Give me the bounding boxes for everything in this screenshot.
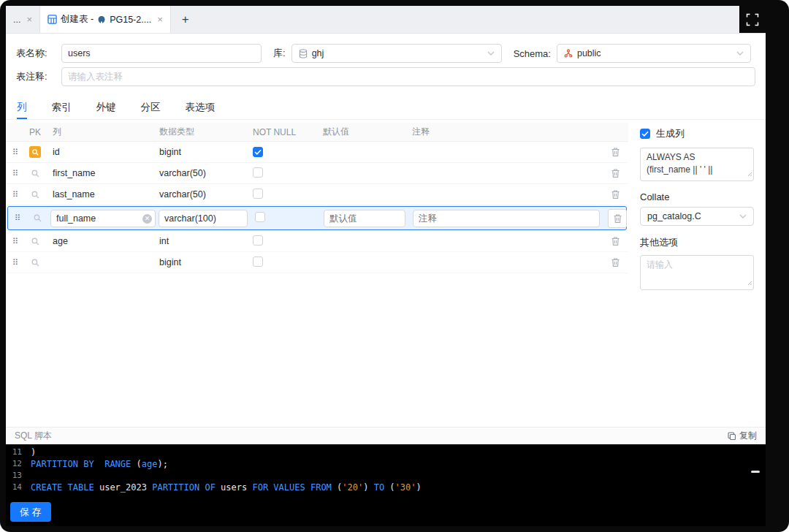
resize-handle-icon[interactable]	[747, 276, 752, 289]
schema-icon	[564, 49, 573, 58]
other-options-label: 其他选项	[640, 236, 757, 249]
schema-select-value: public	[577, 48, 732, 58]
clear-icon[interactable]: ✕	[142, 214, 152, 224]
database-select-value: ghj	[312, 48, 483, 58]
primary-key-icon[interactable]	[33, 213, 42, 223]
column-type[interactable]: varchar(50)	[155, 189, 250, 200]
scrollbar-thumb[interactable]	[751, 471, 760, 473]
delete-row-icon[interactable]	[611, 168, 620, 178]
column-type[interactable]: varchar(50)	[155, 168, 250, 178]
not-null-checkbox[interactable]	[253, 147, 263, 157]
column-default-input[interactable]	[324, 210, 405, 227]
table-comment-input[interactable]	[61, 67, 755, 86]
database-icon	[299, 49, 308, 58]
delete-row-icon[interactable]	[611, 257, 620, 267]
schema-select[interactable]: public	[557, 44, 751, 63]
primary-key-icon[interactable]	[31, 258, 40, 267]
column-detail-panel: 生成列 ALWAYS AS (first_name || ' ' || Coll…	[628, 120, 766, 427]
header-comment: 注释	[406, 126, 602, 138]
save-button[interactable]: 保 存	[10, 502, 51, 522]
copy-button[interactable]: 复制	[728, 430, 757, 442]
column-type-input[interactable]	[159, 210, 248, 227]
primary-key-icon[interactable]	[29, 146, 41, 158]
drag-handle-icon[interactable]: ⠿	[12, 191, 18, 199]
tab-label: 创建表 -	[61, 13, 94, 26]
delete-row-icon[interactable]	[611, 236, 620, 246]
fullscreen-icon[interactable]	[745, 12, 760, 27]
column-row-age[interactable]: ⠿ age int	[6, 231, 628, 252]
generated-expression-input[interactable]: ALWAYS AS (first_name || ' ' ||	[640, 148, 754, 181]
column-row-first-name[interactable]: ⠿ first_name varchar(50)	[6, 163, 628, 184]
tab-label: ...	[13, 15, 20, 25]
collate-select-value: pg_catalog.C	[647, 211, 735, 221]
delete-row-button[interactable]	[608, 209, 627, 228]
delete-row-icon[interactable]	[611, 189, 620, 200]
postgres-icon	[97, 15, 106, 24]
sql-code-lines: 11)12PARTITION BY RANGE (age);1314CREATE…	[6, 446, 766, 493]
tab-partial[interactable]: ... ×	[6, 6, 40, 33]
not-null-checkbox[interactable]	[253, 167, 263, 178]
resize-handle-icon[interactable]	[747, 167, 752, 180]
drag-handle-icon[interactable]: ⠿	[12, 148, 18, 156]
table-name-label: 表名称:	[16, 47, 56, 60]
tab-table-options[interactable]: 表选项	[186, 96, 216, 119]
collate-label: Collate	[640, 191, 757, 202]
tab-partitions[interactable]: 分区	[141, 96, 161, 119]
not-null-checkbox[interactable]	[255, 212, 265, 222]
tab-bar: ... × 创建表 - PG15-2.... × +	[6, 6, 766, 34]
column-row-full-name-selected[interactable]: ⠿ ✕	[7, 206, 627, 230]
drag-handle-icon[interactable]: ⠿	[12, 238, 18, 246]
collate-select[interactable]: pg_catalog.C	[640, 207, 754, 226]
column-type[interactable]: bigint	[155, 147, 250, 157]
window-corner	[739, 6, 766, 33]
columns-grid: PK 列 数据类型 NOT NULL 默认值 注释 ⠿ id bigint	[6, 120, 628, 427]
column-type[interactable]: bigint	[155, 257, 250, 267]
close-icon[interactable]: ×	[26, 14, 32, 25]
drag-handle-icon[interactable]: ⠿	[12, 259, 18, 267]
schema-label: Schema:	[514, 48, 551, 59]
table-meta-form: 表名称: 库: ghj Schema: pub	[6, 34, 766, 96]
tabbar-spacer	[200, 6, 739, 33]
tab-create-table[interactable]: 创建表 - PG15-2.... ×	[40, 6, 171, 33]
column-type[interactable]: int	[155, 236, 250, 246]
database-label: 库:	[273, 47, 286, 60]
header-default: 默认值	[317, 126, 406, 138]
columns-grid-header: PK 列 数据类型 NOT NULL 默认值 注释	[6, 123, 628, 142]
column-name[interactable]: age	[45, 236, 155, 246]
not-null-checkbox[interactable]	[253, 189, 263, 199]
delete-row-icon[interactable]	[611, 147, 620, 157]
columns-section: PK 列 数据类型 NOT NULL 默认值 注释 ⠿ id bigint	[6, 120, 766, 427]
create-table-window: ... × 创建表 - PG15-2.... × +	[6, 6, 766, 526]
sql-script-header: SQL 脚本 复制	[6, 427, 766, 444]
table-name-input[interactable]	[61, 44, 262, 63]
column-name[interactable]: first_name	[45, 168, 155, 178]
primary-key-icon[interactable]	[31, 169, 40, 178]
column-comment-input[interactable]	[413, 210, 600, 227]
column-name[interactable]: id	[45, 147, 155, 157]
column-row-empty[interactable]: ⠿ bigint	[6, 252, 628, 273]
new-tab-button[interactable]: +	[171, 6, 200, 33]
not-null-checkbox[interactable]	[253, 256, 263, 267]
column-row-last-name[interactable]: ⠿ last_name varchar(50)	[6, 184, 628, 205]
sql-script-title: SQL 脚本	[15, 430, 52, 442]
tab-indexes[interactable]: 索引	[52, 96, 72, 119]
chevron-down-icon	[739, 214, 747, 218]
tab-label: PG15-2....	[110, 15, 151, 25]
footer-bar: 保 存	[6, 497, 766, 526]
other-options-input[interactable]	[640, 255, 754, 290]
app-frame: ... × 创建表 - PG15-2.... × +	[0, 0, 789, 532]
header-pk: PK	[25, 127, 45, 137]
primary-key-icon[interactable]	[31, 237, 40, 246]
column-name-input[interactable]	[50, 210, 156, 227]
generated-column-checkbox[interactable]	[640, 129, 650, 139]
column-name[interactable]: last_name	[45, 189, 155, 200]
primary-key-icon[interactable]	[31, 190, 40, 200]
not-null-checkbox[interactable]	[253, 235, 263, 246]
column-row-id[interactable]: ⠿ id bigint	[6, 142, 628, 163]
drag-handle-icon[interactable]: ⠿	[15, 214, 20, 222]
database-select[interactable]: ghj	[291, 44, 502, 63]
drag-handle-icon[interactable]: ⠿	[12, 170, 18, 178]
tab-foreign-keys[interactable]: 外键	[96, 96, 116, 119]
close-icon[interactable]: ×	[157, 14, 163, 25]
tab-columns[interactable]: 列	[17, 96, 27, 119]
